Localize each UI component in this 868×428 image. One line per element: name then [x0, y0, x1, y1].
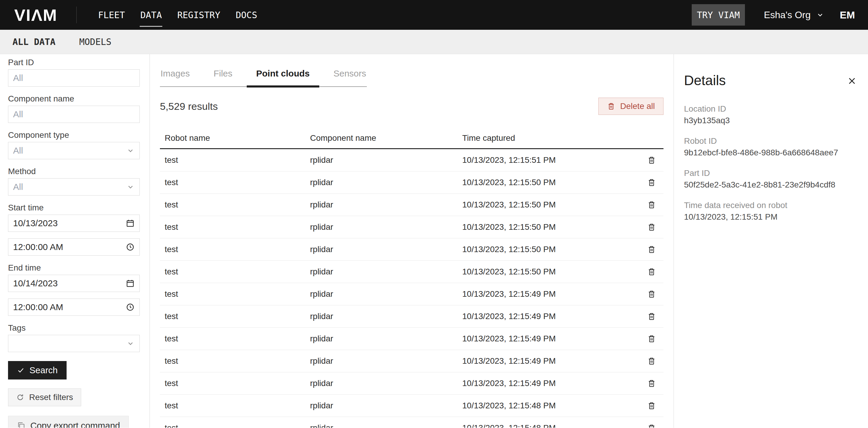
nav-item-docs[interactable]: DOCS [236, 7, 257, 23]
viam-logo[interactable]: VIΛM [14, 5, 57, 25]
end-time-input[interactable]: 12:00:00 AM [8, 298, 140, 316]
subnav-item-models[interactable]: MODELS [80, 37, 112, 47]
results-count: 5,529 results [160, 101, 218, 112]
details-field-label: Time data received on robot [684, 201, 859, 210]
details-field-label: Part ID [684, 168, 859, 178]
cell-time-captured: 10/13/2023, 12:15:50 PM [462, 178, 640, 187]
cell-time-captured: 10/13/2023, 12:15:50 PM [462, 245, 640, 254]
component-type-select[interactable]: All [8, 142, 140, 159]
table-row[interactable]: test rplidar 10/13/2023, 12:15:50 PM [160, 238, 663, 261]
cell-component-name: rplidar [310, 267, 462, 277]
column-component-name: Component name [310, 133, 462, 143]
org-dropdown[interactable]: Esha's Org [764, 9, 824, 21]
tab-images[interactable]: Images [160, 68, 190, 86]
subnav-item-all-data[interactable]: ALL DATA [12, 37, 56, 47]
delete-row-button[interactable] [640, 290, 663, 298]
cell-robot-name: test [160, 312, 310, 321]
delete-row-button[interactable] [640, 200, 663, 209]
tags-select[interactable] [8, 335, 140, 352]
check-icon [17, 366, 25, 374]
table-row[interactable]: test rplidar 10/13/2023, 12:15:49 PM [160, 305, 663, 328]
details-panel: Details Location ID h3yb135aq3 Robot ID … [674, 54, 868, 428]
refresh-icon [16, 393, 24, 401]
start-date-input[interactable]: 10/13/2023 [8, 215, 140, 232]
delete-all-button[interactable]: Delete all [598, 97, 663, 115]
delete-row-button[interactable] [640, 312, 663, 321]
table-header: Robot name Component name Time captured [160, 133, 663, 149]
trash-icon [647, 178, 656, 187]
end-date-input[interactable]: 10/14/2023 [8, 275, 140, 292]
copy-export-command-button[interactable]: Copy export command [8, 416, 129, 428]
trash-icon [647, 401, 656, 410]
table-row[interactable]: test rplidar 10/13/2023, 12:15:49 PM [160, 328, 663, 350]
delete-row-button[interactable] [640, 223, 663, 232]
cell-robot-name: test [160, 334, 310, 343]
cell-component-name: rplidar [310, 200, 462, 209]
trash-icon [647, 334, 656, 343]
trash-icon [607, 102, 615, 110]
delete-row-button[interactable] [640, 245, 663, 254]
calendar-icon[interactable] [126, 219, 135, 228]
trash-icon [647, 424, 656, 428]
clock-icon[interactable] [126, 242, 135, 252]
table-row[interactable]: test rplidar 10/13/2023, 12:15:48 PM [160, 417, 663, 428]
cell-robot-name: test [160, 155, 310, 165]
table-row[interactable]: test rplidar 10/13/2023, 12:15:50 PM [160, 171, 663, 194]
nav-item-fleet[interactable]: FLEET [98, 7, 125, 23]
delete-row-button[interactable] [640, 356, 663, 366]
start-time-input[interactable]: 12:00:00 AM [8, 238, 140, 256]
delete-row-button[interactable] [640, 379, 663, 388]
delete-row-button[interactable] [640, 334, 663, 343]
table-row[interactable]: test rplidar 10/13/2023, 12:15:49 PM [160, 372, 663, 395]
cell-component-name: rplidar [310, 289, 462, 299]
clock-icon[interactable] [126, 303, 135, 312]
delete-row-button[interactable] [640, 178, 663, 187]
cell-component-name: rplidar [310, 334, 462, 343]
cell-robot-name: test [160, 379, 310, 388]
method-select[interactable]: All [8, 178, 140, 196]
cell-time-captured: 10/13/2023, 12:15:51 PM [462, 155, 640, 165]
delete-row-button[interactable] [640, 401, 663, 410]
results-table: Robot name Component name Time captured … [160, 133, 663, 428]
nav-item-registry[interactable]: REGISTRY [177, 7, 220, 23]
details-field-label: Location ID [684, 104, 859, 114]
table-row[interactable]: test rplidar 10/13/2023, 12:15:50 PM [160, 261, 663, 283]
table-body: test rplidar 10/13/2023, 12:15:51 PM tes… [160, 149, 663, 428]
cell-robot-name: test [160, 245, 310, 254]
try-viam-button[interactable]: TRY VIAM [692, 4, 745, 26]
tab-sensors[interactable]: Sensors [334, 68, 366, 86]
table-row[interactable]: test rplidar 10/13/2023, 12:15:49 PM [160, 283, 663, 305]
delete-row-button[interactable] [640, 424, 663, 428]
reset-filters-button[interactable]: Reset filters [8, 389, 81, 406]
cell-component-name: rplidar [310, 379, 462, 388]
table-row[interactable]: test rplidar 10/13/2023, 12:15:49 PM [160, 350, 663, 372]
delete-row-button[interactable] [640, 156, 663, 165]
component-name-label: Component name [8, 94, 140, 103]
part-id-label: Part ID [8, 58, 140, 67]
delete-row-button[interactable] [640, 267, 663, 276]
cell-component-name: rplidar [310, 222, 462, 232]
trash-icon [647, 290, 656, 298]
end-time-label: End time [8, 263, 140, 272]
trash-icon [647, 267, 656, 276]
nav-menu: FLEETDATAREGISTRYDOCS [98, 7, 257, 23]
avatar[interactable]: EM [840, 9, 855, 21]
cell-time-captured: 10/13/2023, 12:15:48 PM [462, 423, 640, 428]
cell-component-name: rplidar [310, 312, 462, 321]
details-field: Time data received on robot 10/13/2023, … [684, 201, 859, 222]
calendar-icon[interactable] [126, 279, 135, 288]
table-row[interactable]: test rplidar 10/13/2023, 12:15:50 PM [160, 216, 663, 238]
nav-item-data[interactable]: DATA [140, 7, 162, 23]
component-name-input[interactable] [13, 109, 135, 119]
component-type-label: Component type [8, 131, 140, 140]
table-row[interactable]: test rplidar 10/13/2023, 12:15:50 PM [160, 194, 663, 216]
tab-point-clouds[interactable]: Point clouds [256, 68, 310, 86]
part-id-input[interactable] [13, 73, 135, 83]
table-row[interactable]: test rplidar 10/13/2023, 12:15:51 PM [160, 149, 663, 171]
cell-time-captured: 10/13/2023, 12:15:50 PM [462, 200, 640, 209]
tab-files[interactable]: Files [213, 68, 232, 86]
details-field-value: 50f25de2-5a3c-41e2-8b81-23e2f9b4cdf8 [684, 180, 859, 190]
close-icon[interactable] [845, 74, 859, 88]
search-button[interactable]: Search [8, 361, 67, 379]
table-row[interactable]: test rplidar 10/13/2023, 12:15:48 PM [160, 395, 663, 417]
